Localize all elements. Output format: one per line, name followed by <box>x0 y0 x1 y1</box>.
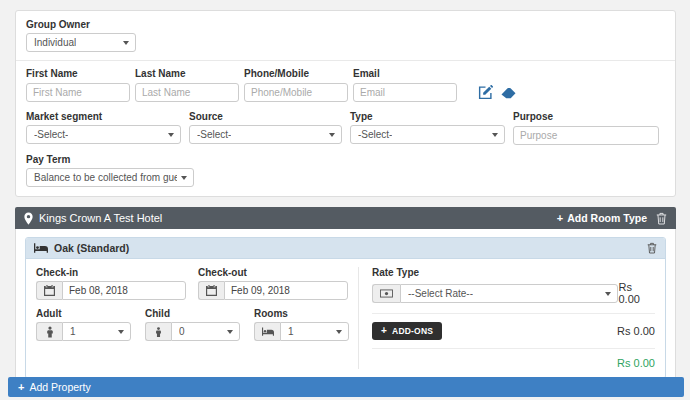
child-select[interactable]: 0 <box>171 322 240 341</box>
room-name: Oak (Standard) <box>54 242 647 254</box>
row-divider <box>372 348 655 349</box>
rate-row: --Select Rate-- Rs 0.00 <box>372 281 655 305</box>
purpose-field: Purpose <box>513 111 659 145</box>
pay-term-field: Pay Term Balance to be collected from gu… <box>26 154 665 187</box>
money-icon <box>372 284 400 303</box>
rooms-value: 1 <box>288 326 294 337</box>
first-name-input[interactable] <box>26 83 130 102</box>
add-room-type-button[interactable]: + Add Room Type <box>557 212 647 224</box>
market-segment-select[interactable]: -Select- <box>26 125 181 144</box>
market-segment-label: Market segment <box>26 111 181 122</box>
child-person-icon <box>145 322 171 341</box>
room-left-column: Check-in Check-out <box>36 267 358 369</box>
room-header-bar: Oak (Standard) <box>26 238 665 259</box>
delete-room-trash-icon[interactable] <box>647 242 657 254</box>
first-name-field: First Name <box>26 68 130 102</box>
edit-icon[interactable] <box>478 85 493 100</box>
child-group: 0 <box>145 322 240 341</box>
email-field: Email <box>353 68 457 102</box>
group-owner-field: Group Owner Individual <box>26 19 665 52</box>
type-value: -Select- <box>358 129 392 140</box>
child-label: Child <box>145 308 240 319</box>
first-name-label: First Name <box>26 68 130 79</box>
plus-icon: + <box>381 328 387 334</box>
rooms-field: Rooms 1 <box>254 308 349 341</box>
calendar-icon <box>36 281 62 300</box>
source-value: -Select- <box>197 129 231 140</box>
rooms-select[interactable]: 1 <box>280 322 349 341</box>
type-label: Type <box>350 111 505 122</box>
check-out-input[interactable] <box>224 281 348 300</box>
email-input[interactable] <box>353 83 457 102</box>
purpose-input[interactable] <box>513 126 659 145</box>
pay-term-label: Pay Term <box>26 154 665 165</box>
delete-property-trash-icon[interactable] <box>656 212 667 225</box>
total-amount: Rs 0.00 <box>617 357 655 369</box>
pay-term-select[interactable]: Balance to be collected from guest <box>26 168 194 187</box>
check-out-label: Check-out <box>198 267 348 278</box>
type-select[interactable]: -Select- <box>350 125 505 144</box>
check-in-input[interactable] <box>62 281 186 300</box>
market-segment-field: Market segment -Select- <box>26 111 181 145</box>
source-label: Source <box>189 111 342 122</box>
rooms-label: Rooms <box>254 308 349 319</box>
hotel-header-bar: Kings Crown A Test Hotel + Add Room Type <box>15 207 676 229</box>
child-field: Child 0 <box>145 308 240 341</box>
email-label: Email <box>353 68 457 79</box>
section-divider <box>16 60 675 61</box>
room-type-panel: Oak (Standard) Check-in <box>25 237 666 379</box>
pay-term-value: Balance to be collected from guest <box>34 172 177 183</box>
hotel-section: Kings Crown A Test Hotel + Add Room Type… <box>15 207 676 389</box>
addons-row: + ADD-ONS Rs 0.00 <box>372 322 655 340</box>
adult-value: 1 <box>70 326 76 337</box>
rooms-group: 1 <box>254 322 349 341</box>
add-ons-button[interactable]: + ADD-ONS <box>372 322 442 340</box>
check-in-field: Check-in <box>36 267 186 300</box>
add-property-label: Add Property <box>29 381 90 393</box>
adult-group: 1 <box>36 322 131 341</box>
check-out-field: Check-out <box>198 267 348 300</box>
add-property-button[interactable]: + Add Property <box>8 377 684 397</box>
check-out-group <box>198 281 348 300</box>
add-room-type-label: Add Room Type <box>567 212 647 224</box>
rate-type-label: Rate Type <box>372 267 655 278</box>
child-value: 0 <box>179 326 185 337</box>
bed-icon <box>254 322 280 341</box>
bed-icon <box>34 243 48 253</box>
check-in-group <box>36 281 186 300</box>
rate-amount: Rs 0.00 <box>618 281 655 305</box>
adult-field: Adult 1 <box>36 308 131 341</box>
room-right-column: Rate Type --Select Rate-- Rs 0.00 <box>358 267 655 369</box>
room-body: Check-in Check-out <box>26 259 665 378</box>
row-divider <box>372 313 655 314</box>
plus-icon: + <box>557 212 563 224</box>
map-marker-icon <box>24 212 33 225</box>
rate-type-group: --Select Rate-- <box>372 284 618 303</box>
source-select[interactable]: -Select- <box>189 125 342 144</box>
total-row: Rs 0.00 <box>372 357 655 369</box>
calendar-icon <box>198 281 224 300</box>
guest-info-row: First Name Last Name Phone/Mobile Email <box>26 68 665 102</box>
hotel-body: Oak (Standard) Check-in <box>15 229 676 389</box>
adult-person-icon <box>36 322 62 341</box>
source-field: Source -Select- <box>189 111 342 145</box>
adult-select[interactable]: 1 <box>62 322 131 341</box>
phone-field: Phone/Mobile <box>244 68 348 102</box>
addons-amount: Rs 0.00 <box>617 325 655 337</box>
rate-type-select[interactable]: --Select Rate-- <box>400 284 618 303</box>
check-in-label: Check-in <box>36 267 186 278</box>
eraser-icon[interactable] <box>501 88 516 100</box>
dates-row: Check-in Check-out <box>36 267 346 300</box>
segment-row: Market segment -Select- Source -Select- … <box>26 111 665 145</box>
phone-input[interactable] <box>244 83 348 102</box>
occupancy-row: Adult 1 Child <box>36 308 346 341</box>
last-name-input[interactable] <box>135 83 239 102</box>
guest-action-icons <box>470 68 516 102</box>
type-field: Type -Select- <box>350 111 505 145</box>
last-name-label: Last Name <box>135 68 239 79</box>
adult-label: Adult <box>36 308 131 319</box>
group-owner-select[interactable]: Individual <box>26 33 136 52</box>
plus-icon: + <box>18 381 24 393</box>
group-owner-value: Individual <box>34 37 76 48</box>
rate-type-value: --Select Rate-- <box>408 288 473 299</box>
